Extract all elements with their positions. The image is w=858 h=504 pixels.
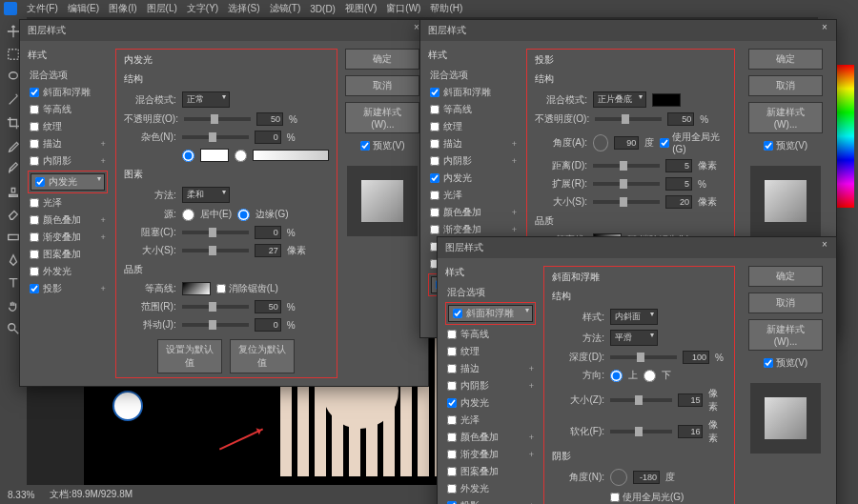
opacity-slider[interactable]: [595, 117, 662, 121]
soften-slider[interactable]: [610, 430, 672, 433]
reset-button[interactable]: 复位为默认值: [230, 339, 295, 373]
style-satin[interactable]: 光泽: [428, 188, 519, 203]
style-drop-shadow[interactable]: 投影+: [28, 281, 108, 296]
blend-options[interactable]: 混合选项: [28, 68, 108, 83]
menu-file[interactable]: 文件(F): [23, 2, 62, 15]
style-stroke[interactable]: 描边+: [445, 361, 536, 376]
soften-input[interactable]: 16: [678, 425, 703, 438]
style-inner-shadow[interactable]: 内阴影+: [428, 153, 519, 169]
style-pattern-overlay[interactable]: 图案叠加: [28, 247, 108, 262]
blend-options[interactable]: 混合选项: [445, 285, 536, 300]
color-radio[interactable]: [182, 150, 194, 162]
angle-dial[interactable]: [593, 134, 608, 151]
style-inner-shadow[interactable]: 内阴影+: [445, 378, 536, 393]
noise-slider[interactable]: [182, 135, 249, 139]
menu-image[interactable]: 图像(I): [105, 2, 140, 15]
blend-mode-select[interactable]: 正常: [182, 91, 230, 108]
jitter-slider[interactable]: [182, 323, 249, 327]
preview-check[interactable]: [764, 358, 773, 368]
style-texture[interactable]: 纹理: [28, 119, 108, 134]
global-light-check[interactable]: [610, 493, 620, 502]
menu-view[interactable]: 视图(V): [341, 2, 380, 15]
new-style-button[interactable]: 新建样式(W)...: [748, 102, 823, 133]
choke-input[interactable]: 0: [255, 226, 281, 239]
menu-help[interactable]: 帮助(H): [426, 2, 466, 15]
cancel-button[interactable]: 取消: [345, 75, 419, 96]
distance-input[interactable]: 5: [665, 159, 692, 172]
menu-edit[interactable]: 编辑(E): [64, 2, 103, 15]
style-outer-glow[interactable]: 外发光: [28, 264, 108, 279]
close-icon[interactable]: ×: [817, 239, 832, 254]
style-color-overlay[interactable]: 颜色叠加+: [445, 430, 536, 445]
close-icon[interactable]: ×: [817, 22, 832, 37]
style-inner-glow[interactable]: 内发光: [428, 171, 519, 186]
range-slider[interactable]: [182, 305, 249, 309]
style-inner-glow[interactable]: 内发光: [31, 173, 105, 191]
dialog-title[interactable]: 图层样式×: [438, 237, 836, 258]
style-gradient-overlay[interactable]: 渐变叠加+: [428, 222, 519, 237]
choke-slider[interactable]: [182, 231, 249, 234]
style-stroke[interactable]: 描边+: [28, 136, 108, 151]
style-pattern-overlay[interactable]: 图案叠加: [445, 464, 536, 479]
source-edge[interactable]: [237, 209, 250, 221]
ok-button[interactable]: 确定: [345, 49, 419, 70]
default-button[interactable]: 设置为默认值: [157, 339, 222, 373]
style-gradient-overlay[interactable]: 渐变叠加+: [445, 447, 536, 462]
style-contour[interactable]: 等高线: [445, 327, 536, 342]
opacity-input[interactable]: 50: [667, 112, 694, 126]
style-texture[interactable]: 纹理: [428, 119, 519, 134]
global-light-check[interactable]: [660, 138, 669, 148]
depth-input[interactable]: 100: [683, 351, 709, 364]
bevel-style-select[interactable]: 内斜面: [610, 309, 658, 325]
style-color-overlay[interactable]: 颜色叠加+: [28, 212, 108, 228]
zoom-level[interactable]: 8.33%: [8, 490, 34, 500]
depth-slider[interactable]: [610, 355, 677, 359]
style-gradient-overlay[interactable]: 渐变叠加+: [28, 230, 108, 245]
jitter-input[interactable]: 0: [255, 318, 281, 332]
source-center[interactable]: [182, 209, 194, 221]
style-bevel[interactable]: 斜面和浮雕: [428, 85, 519, 100]
ok-button[interactable]: 确定: [748, 266, 823, 287]
style-satin[interactable]: 光泽: [445, 413, 536, 428]
cancel-button[interactable]: 取消: [748, 75, 823, 96]
dir-down[interactable]: [644, 370, 656, 382]
spread-input[interactable]: 5: [665, 177, 692, 191]
style-satin[interactable]: 光泽: [28, 195, 108, 211]
dir-up[interactable]: [610, 370, 623, 382]
new-style-button[interactable]: 新建样式(W)...: [345, 102, 419, 133]
menu-layer[interactable]: 图层(L): [143, 2, 181, 15]
distance-slider[interactable]: [593, 164, 660, 168]
style-contour[interactable]: 等高线: [28, 102, 108, 117]
cancel-button[interactable]: 取消: [748, 292, 823, 313]
angle-input[interactable]: -180: [633, 471, 660, 484]
new-style-button[interactable]: 新建样式(W)...: [748, 319, 823, 351]
size-slider[interactable]: [182, 249, 249, 252]
style-drop-shadow[interactable]: 投影+: [445, 498, 536, 504]
style-bevel[interactable]: 斜面和浮雕: [448, 305, 533, 322]
aa-check[interactable]: [216, 284, 226, 293]
style-bevel[interactable]: 斜面和浮雕: [28, 85, 108, 100]
style-outer-glow[interactable]: 外发光: [445, 481, 536, 496]
preview-check[interactable]: [360, 141, 370, 151]
bevel-method-select[interactable]: 平滑: [610, 330, 658, 346]
gradient-picker[interactable]: [253, 150, 329, 161]
color-swatch[interactable]: [200, 149, 229, 162]
blend-options[interactable]: 混合选项: [428, 68, 519, 83]
size-input[interactable]: 27: [255, 244, 281, 257]
size-slider[interactable]: [610, 398, 672, 402]
style-contour[interactable]: 等高线: [428, 102, 519, 117]
size-input[interactable]: 20: [665, 195, 692, 209]
shadow-color[interactable]: [652, 93, 681, 107]
menu-type[interactable]: 文字(Y): [183, 2, 222, 15]
gradient-radio[interactable]: [235, 150, 247, 162]
size-input[interactable]: 15: [678, 393, 703, 407]
style-texture[interactable]: 纹理: [445, 344, 536, 359]
menu-3d[interactable]: 3D(D): [306, 4, 339, 14]
menu-filter[interactable]: 滤镜(T): [266, 2, 305, 15]
menu-select[interactable]: 选择(S): [224, 2, 263, 15]
method-select[interactable]: 柔和: [182, 187, 230, 203]
style-color-overlay[interactable]: 颜色叠加+: [428, 205, 519, 220]
style-stroke[interactable]: 描边+: [428, 136, 519, 151]
contour-picker[interactable]: [182, 282, 211, 295]
opacity-slider[interactable]: [184, 117, 251, 121]
